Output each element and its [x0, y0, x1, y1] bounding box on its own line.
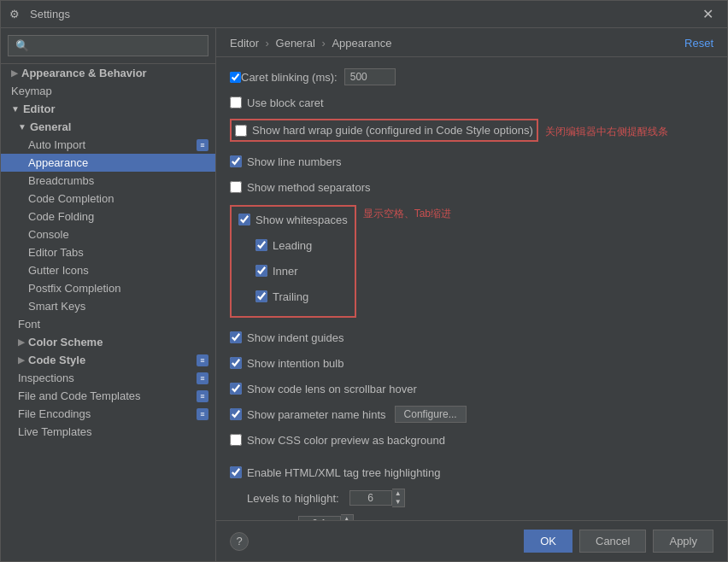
sidebar-item-editor[interactable]: ▼ Editor: [1, 100, 215, 118]
use-block-caret-label[interactable]: Use block caret: [230, 97, 324, 109]
show-parameter-hints-row: Show parameter name hints Configure...: [230, 405, 713, 424]
sidebar-item-smart-keys[interactable]: Smart Keys: [1, 297, 215, 315]
badge-icon: ≡: [197, 372, 208, 384]
sidebar-item-editor-tabs[interactable]: Editor Tabs: [1, 243, 215, 261]
sidebar-item-keymap[interactable]: Keymap: [1, 82, 215, 100]
sidebar-item-label: Color Scheme: [28, 336, 103, 348]
configure-button[interactable]: Configure...: [395, 406, 467, 423]
opacity-spinner-buttons: ▲ ▼: [341, 514, 354, 520]
breadcrumb-sep1: ›: [266, 37, 273, 50]
enable-html-xml-label[interactable]: Enable HTML/XML tag tree highlighting: [230, 466, 440, 479]
sidebar-item-gutter-icons[interactable]: Gutter Icons: [1, 261, 215, 279]
enable-html-xml-checkbox[interactable]: [230, 466, 242, 478]
sidebar-item-label: Live Templates: [18, 425, 91, 438]
show-line-numbers-checkbox[interactable]: [230, 155, 242, 167]
show-whitespaces-checkbox[interactable]: [238, 214, 250, 225]
cancel-button[interactable]: Cancel: [579, 530, 646, 553]
caret-blinking-checkbox[interactable]: [230, 72, 241, 83]
sidebar-item-label: Keymap: [11, 85, 52, 97]
show-css-color-label[interactable]: Show CSS color preview as background: [230, 434, 445, 447]
breadcrumb-editor: Editor: [230, 37, 259, 50]
leading-checkbox[interactable]: [255, 239, 267, 251]
show-method-separators-label[interactable]: Show method separators: [230, 181, 371, 194]
show-indent-guides-checkbox[interactable]: [230, 331, 242, 343]
show-code-lens-row: Show code lens on scrollbar hover: [230, 379, 713, 398]
caret-blinking-input[interactable]: [344, 68, 396, 85]
titlebar: ⚙ Settings ✕: [1, 1, 727, 28]
show-hard-wrap-label[interactable]: Show hard wrap guide (configured in Code…: [235, 124, 533, 137]
breadcrumb-general: General: [276, 37, 315, 50]
settings-window: ⚙ Settings ✕ ▶ Appearance & Behavior Key…: [0, 0, 728, 562]
show-line-numbers-label[interactable]: Show line numbers: [230, 155, 342, 168]
levels-spinner-buttons: ▲ ▼: [392, 489, 405, 507]
footer: ? OK Cancel Apply: [216, 520, 727, 561]
search-input[interactable]: [8, 35, 208, 56]
arrow-icon: ▶: [11, 68, 18, 78]
use-block-caret-checkbox[interactable]: [230, 97, 242, 108]
trailing-checkbox[interactable]: [255, 290, 267, 302]
sidebar-item-label: Code Completion: [28, 192, 114, 205]
sidebar-item-console[interactable]: Console: [1, 225, 215, 243]
breadcrumb: Editor › General › Appearance: [230, 37, 392, 50]
opacity-spinner: ▲ ▼: [298, 514, 354, 520]
close-button[interactable]: ✕: [697, 4, 719, 24]
sidebar-item-live-templates[interactable]: Live Templates: [1, 423, 215, 441]
inner-label[interactable]: Inner: [255, 265, 298, 278]
caret-blinking-row: Caret blinking (ms):: [230, 67, 713, 86]
divider1: [230, 456, 713, 463]
levels-up-button[interactable]: ▲: [392, 489, 404, 498]
panel-header: Editor › General › Appearance Reset: [216, 28, 727, 57]
show-method-separators-checkbox[interactable]: [230, 181, 242, 193]
sidebar-item-code-completion[interactable]: Code Completion: [1, 190, 215, 208]
sidebar-item-appearance-behavior[interactable]: ▶ Appearance & Behavior: [1, 64, 215, 82]
sidebar-item-appearance[interactable]: Appearance: [1, 154, 215, 172]
arrow-icon: ▼: [11, 104, 20, 114]
levels-label: Levels to highlight:: [247, 492, 339, 505]
levels-down-button[interactable]: ▼: [392, 498, 404, 506]
show-intention-bulb-label[interactable]: Show intention bulb: [230, 357, 343, 370]
sidebar-item-label: General: [30, 120, 71, 133]
reset-button[interactable]: Reset: [684, 37, 713, 50]
trailing-row: Trailing: [238, 287, 348, 306]
apply-button[interactable]: Apply: [653, 530, 713, 553]
show-intention-bulb-checkbox[interactable]: [230, 357, 242, 369]
sidebar-item-inspections[interactable]: Inspections ≡: [1, 369, 215, 387]
leading-label[interactable]: Leading: [255, 239, 312, 252]
sidebar-item-color-scheme[interactable]: ▶ Color Scheme: [1, 333, 215, 351]
sidebar-item-code-style[interactable]: ▶ Code Style ≡: [1, 351, 215, 369]
ok-button[interactable]: OK: [524, 530, 572, 553]
levels-row: Levels to highlight: ▲ ▼: [230, 489, 713, 507]
levels-input[interactable]: [349, 490, 392, 506]
caret-blinking-label[interactable]: Caret blinking (ms):: [241, 71, 338, 84]
sidebar-item-file-encodings[interactable]: File Encodings ≡: [1, 405, 215, 423]
breadcrumb-sep2: ›: [321, 37, 328, 50]
show-code-lens-checkbox[interactable]: [230, 383, 242, 395]
sidebar-item-label: Editor: [23, 102, 56, 115]
sidebar-item-label: File and Code Templates: [18, 389, 141, 402]
breadcrumb-appearance: Appearance: [332, 37, 391, 50]
inner-checkbox[interactable]: [255, 265, 267, 277]
sidebar-item-file-and-code-templates[interactable]: File and Code Templates ≡: [1, 387, 215, 405]
show-indent-guides-row: Show indent guides: [230, 328, 713, 347]
show-whitespaces-label[interactable]: Show whitespaces: [238, 214, 348, 226]
show-indent-guides-label[interactable]: Show indent guides: [230, 331, 343, 344]
show-code-lens-label[interactable]: Show code lens on scrollbar hover: [230, 383, 417, 395]
sidebar-item-general[interactable]: ▼ General: [1, 118, 215, 136]
sidebar-item-postfix-completion[interactable]: Postfix Completion: [1, 279, 215, 297]
show-hard-wrap-checkbox[interactable]: [235, 125, 247, 137]
whitespaces-annotation: 显示空格、Tab缩进: [363, 207, 451, 221]
badge-icon: ≡: [197, 139, 208, 151]
show-css-color-checkbox[interactable]: [230, 434, 242, 446]
sidebar-item-font[interactable]: Font: [1, 315, 215, 333]
sidebar-item-breadcrumbs[interactable]: Breadcrumbs: [1, 172, 215, 190]
sidebar-item-label: Breadcrumbs: [28, 174, 94, 187]
trailing-label[interactable]: Trailing: [255, 290, 308, 303]
sidebar-item-code-folding[interactable]: Code Folding: [1, 208, 215, 225]
show-css-color-row: Show CSS color preview as background: [230, 430, 713, 449]
help-button[interactable]: ?: [230, 532, 249, 551]
show-parameter-hints-checkbox[interactable]: [230, 408, 242, 420]
sidebar-item-auto-import[interactable]: Auto Import ≡: [1, 136, 215, 154]
show-parameter-hints-label[interactable]: Show parameter name hints: [230, 408, 386, 421]
badge-icon: ≡: [197, 354, 208, 366]
arrow-icon: ▶: [18, 355, 25, 365]
